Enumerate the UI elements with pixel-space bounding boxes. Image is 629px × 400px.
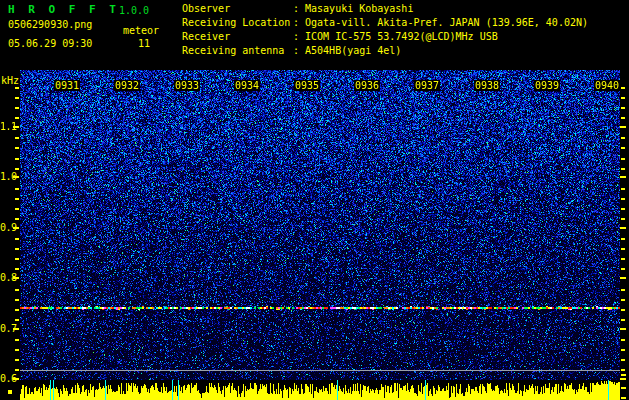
y-axis-label: 0.7 — [0, 323, 14, 334]
y-axis-minor-tick-right — [621, 319, 625, 321]
y-axis-minor-tick — [15, 137, 19, 139]
y-axis-minor-tick — [15, 268, 19, 270]
y-axis-minor-tick — [15, 299, 19, 301]
y-axis-major-tick — [13, 176, 19, 178]
y-axis-minor-tick — [15, 349, 19, 351]
y-axis-minor-tick-right — [621, 188, 625, 190]
time-label: 0937 — [414, 80, 440, 91]
y-axis-minor-tick-right — [621, 218, 625, 220]
y-axis-major-tick-right — [620, 277, 626, 279]
y-axis-minor-tick — [15, 158, 19, 160]
datetime-label: 05.06.29 09:30 — [8, 38, 92, 49]
info-colon: : — [293, 44, 299, 58]
y-axis-minor-tick — [15, 208, 19, 210]
y-axis-label: 0.8 — [0, 272, 14, 283]
y-axis-minor-tick — [15, 319, 19, 321]
y-axis-minor-tick-right — [621, 87, 625, 89]
y-axis-minor-tick-right — [621, 309, 625, 311]
y-axis-minor-tick-right — [621, 248, 625, 250]
y-axis-minor-tick-right — [621, 289, 625, 291]
y-axis-minor-tick — [15, 218, 19, 220]
info-label: Observer — [182, 2, 293, 16]
time-label: 0931 — [54, 80, 80, 91]
y-axis-minor-tick — [15, 147, 19, 149]
station-info: Observer : Masayuki Kobayashi Receiving … — [182, 2, 588, 58]
y-axis-minor-tick-right — [621, 339, 625, 341]
y-axis-major-tick — [13, 227, 19, 229]
y-axis-major-tick — [13, 378, 19, 380]
y-axis-minor-tick-right — [621, 137, 625, 139]
time-label: 0932 — [114, 80, 140, 91]
info-colon: : — [293, 16, 299, 30]
info-value: Masayuki Kobayashi — [305, 2, 413, 16]
y-axis-minor-tick — [15, 87, 19, 89]
info-value: A504HB(yagi 4el) — [305, 44, 401, 58]
y-axis-minor-tick-right — [621, 97, 625, 99]
y-axis-minor-tick — [15, 188, 19, 190]
y-axis-major-tick-right — [620, 227, 626, 229]
y-axis-label: 1.0 — [0, 171, 14, 182]
spectrogram-canvas — [20, 70, 620, 380]
time-label: 0934 — [234, 80, 260, 91]
right-edge-tick — [621, 397, 626, 399]
right-edge-tick — [621, 387, 626, 389]
time-label: 0940 — [594, 80, 620, 91]
info-label: Receiver — [182, 30, 293, 44]
y-axis-minor-tick-right — [621, 238, 625, 240]
y-axis-major-tick — [13, 328, 19, 330]
signal-strength-canvas — [20, 380, 620, 400]
y-axis-minor-tick-right — [621, 268, 625, 270]
y-axis-minor-tick — [15, 107, 19, 109]
y-axis-major-tick — [13, 126, 19, 128]
info-row-observer: Observer : Masayuki Kobayashi — [182, 2, 588, 16]
info-row-receiver: Receiver : ICOM IC-575 53.7492(@LCD)MHz … — [182, 30, 588, 44]
time-label: 0935 — [294, 80, 320, 91]
y-axis-minor-tick — [15, 309, 19, 311]
y-axis-minor-tick-right — [621, 107, 625, 109]
y-axis-major-tick — [13, 277, 19, 279]
app-title: H R O F F T — [8, 4, 119, 15]
y-axis-minor-tick-right — [621, 258, 625, 260]
y-axis-minor-tick — [15, 369, 19, 371]
y-axis-label: 0.6 — [0, 373, 14, 384]
y-axis-minor-tick — [15, 238, 19, 240]
y-axis-minor-tick — [15, 289, 19, 291]
mode-label: meteor — [123, 25, 159, 36]
time-label: 0939 — [534, 80, 560, 91]
output-filename: 0506290930.png — [8, 19, 92, 30]
y-axis-minor-tick-right — [621, 349, 625, 351]
y-axis-minor-tick — [15, 359, 19, 361]
info-value: ICOM IC-575 53.7492(@LCD)MHz USB — [305, 30, 498, 44]
y-axis-minor-tick-right — [621, 208, 625, 210]
y-axis-major-tick-right — [620, 328, 626, 330]
app-version: 1.0.0 — [119, 5, 149, 16]
right-edge-tick — [621, 374, 626, 376]
time-label: 0938 — [474, 80, 500, 91]
y-axis-minor-tick — [15, 168, 19, 170]
y-axis-major-tick-right — [620, 176, 626, 178]
info-value: Ogata-vill. Akita-Pref. JAPAN (139.96E, … — [305, 16, 588, 30]
y-axis-minor-tick-right — [621, 168, 625, 170]
y-axis-major-tick-right — [620, 378, 626, 380]
y-axis-minor-tick-right — [621, 369, 625, 371]
hrofft-window: H R O F F T 1.0.0 0506290930.png meteor … — [0, 0, 629, 400]
y-axis-minor-tick — [15, 248, 19, 250]
y-axis-major-tick-right — [620, 126, 626, 128]
info-label: Receiving antenna — [182, 44, 293, 58]
y-axis-label: 1.1 — [0, 121, 14, 132]
info-label: Receiving Location — [182, 16, 293, 30]
info-colon: : — [293, 2, 299, 16]
y-axis-minor-tick — [15, 97, 19, 99]
y-axis-minor-tick-right — [621, 158, 625, 160]
time-label: 0933 — [174, 80, 200, 91]
time-label: 0936 — [354, 80, 380, 91]
y-axis-minor-tick-right — [621, 147, 625, 149]
y-axis-minor-tick-right — [621, 117, 625, 119]
y-axis-label: 0.9 — [0, 222, 14, 233]
bar-scale-tick — [8, 390, 12, 394]
y-axis-minor-tick-right — [621, 359, 625, 361]
y-axis-minor-tick-right — [621, 198, 625, 200]
meteor-count: 11 — [138, 38, 150, 49]
info-row-location: Receiving Location : Ogata-vill. Akita-P… — [182, 16, 588, 30]
y-axis-minor-tick — [15, 198, 19, 200]
